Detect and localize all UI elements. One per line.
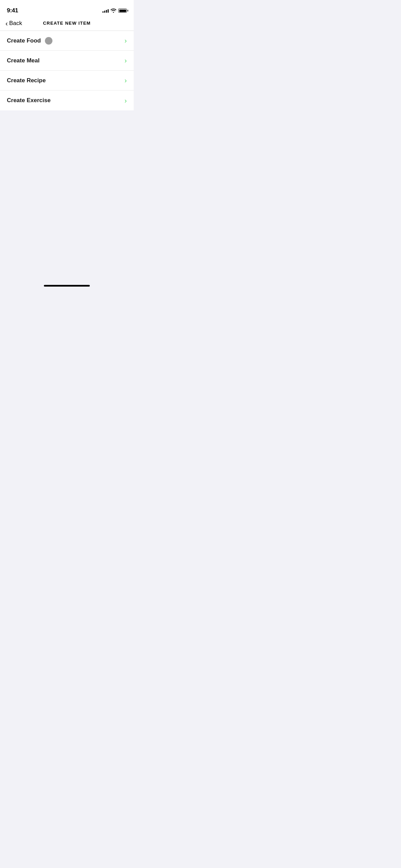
- back-button[interactable]: ‹ Back: [5, 20, 22, 27]
- page-title: CREATE NEW ITEM: [43, 21, 90, 26]
- chevron-right-icon: ›: [124, 76, 127, 84]
- create-recipe-label: Create Recipe: [7, 77, 46, 84]
- create-food-item[interactable]: Create Food ›: [0, 31, 134, 51]
- chevron-right-icon: ›: [124, 37, 127, 45]
- status-time: 9:41: [7, 7, 18, 14]
- menu-list: Create Food › Create Meal › Create Recip…: [0, 31, 134, 110]
- chevron-right-icon: ›: [124, 97, 127, 105]
- status-icons: [102, 9, 127, 13]
- nav-bar: ‹ Back CREATE NEW ITEM: [0, 17, 134, 31]
- battery-icon: [118, 9, 127, 13]
- back-label: Back: [9, 20, 22, 27]
- signal-icon: [102, 9, 109, 13]
- create-recipe-item[interactable]: Create Recipe ›: [0, 71, 134, 91]
- background-area: [0, 110, 134, 283]
- status-bar: 9:41: [0, 0, 134, 17]
- create-exercise-item[interactable]: Create Exercise ›: [0, 91, 134, 110]
- create-exercise-label: Create Exercise: [7, 97, 51, 104]
- create-meal-item[interactable]: Create Meal ›: [0, 51, 134, 71]
- food-dot-icon: [45, 37, 52, 45]
- wifi-icon: [111, 9, 116, 13]
- create-food-label: Create Food: [7, 37, 41, 44]
- back-chevron-icon: ‹: [5, 20, 8, 27]
- create-meal-label: Create Meal: [7, 57, 39, 64]
- home-indicator: [44, 285, 90, 287]
- chevron-right-icon: ›: [124, 57, 127, 64]
